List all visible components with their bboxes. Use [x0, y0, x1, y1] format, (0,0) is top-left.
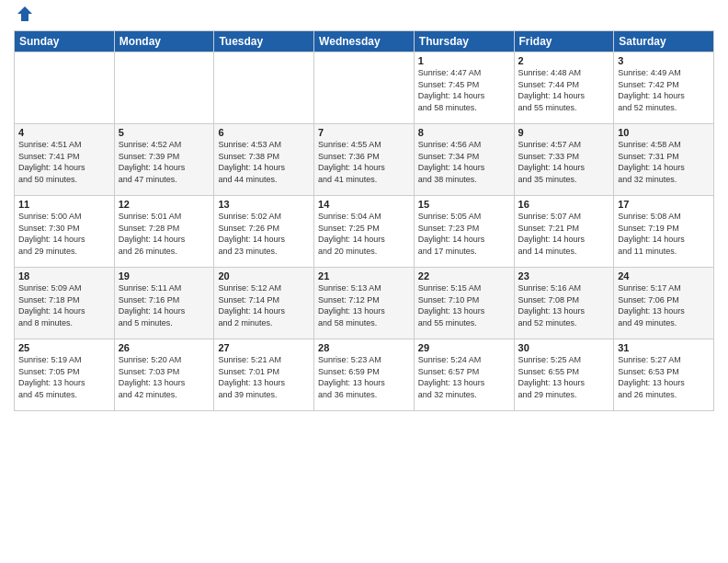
- week-row-2: 11Sunrise: 5:00 AM Sunset: 7:30 PM Dayli…: [15, 196, 714, 268]
- day-info: Sunrise: 5:25 AM Sunset: 6:55 PM Dayligh…: [518, 354, 610, 400]
- day-info: Sunrise: 4:56 AM Sunset: 7:34 PM Dayligh…: [418, 139, 510, 185]
- calendar-container: SundayMondayTuesdayWednesdayThursdayFrid…: [0, 0, 728, 416]
- day-cell: 21Sunrise: 5:13 AM Sunset: 7:12 PM Dayli…: [314, 268, 415, 339]
- day-number: 28: [318, 342, 410, 353]
- day-info: Sunrise: 4:48 AM Sunset: 7:44 PM Dayligh…: [518, 67, 610, 113]
- day-number: 7: [318, 127, 410, 138]
- day-number: 1: [418, 55, 510, 66]
- day-number: 31: [618, 342, 710, 353]
- day-info: Sunrise: 4:53 AM Sunset: 7:38 PM Dayligh…: [218, 139, 310, 185]
- day-info: Sunrise: 5:23 AM Sunset: 6:59 PM Dayligh…: [318, 354, 410, 400]
- day-info: Sunrise: 4:57 AM Sunset: 7:33 PM Dayligh…: [518, 139, 610, 185]
- day-number: 18: [18, 270, 110, 282]
- day-info: Sunrise: 5:09 AM Sunset: 7:18 PM Dayligh…: [18, 282, 110, 328]
- day-cell: 30Sunrise: 5:25 AM Sunset: 6:55 PM Dayli…: [514, 339, 614, 411]
- day-number: 30: [518, 342, 610, 353]
- day-number: 19: [119, 270, 210, 282]
- day-number: 17: [618, 199, 710, 210]
- week-row-1: 4Sunrise: 4:51 AM Sunset: 7:41 PM Daylig…: [15, 124, 714, 196]
- day-info: Sunrise: 5:11 AM Sunset: 7:16 PM Dayligh…: [119, 282, 210, 328]
- day-info: Sunrise: 4:52 AM Sunset: 7:39 PM Dayligh…: [119, 139, 210, 185]
- day-number: 27: [218, 342, 310, 353]
- day-cell: 28Sunrise: 5:23 AM Sunset: 6:59 PM Dayli…: [314, 339, 415, 411]
- calendar-table: SundayMondayTuesdayWednesdayThursdayFrid…: [14, 30, 714, 411]
- day-number: 25: [18, 342, 110, 353]
- day-number: 5: [119, 127, 210, 138]
- day-info: Sunrise: 5:04 AM Sunset: 7:25 PM Dayligh…: [318, 211, 410, 257]
- day-cell: 11Sunrise: 5:00 AM Sunset: 7:30 PM Dayli…: [15, 196, 115, 268]
- day-cell: 15Sunrise: 5:05 AM Sunset: 7:23 PM Dayli…: [414, 196, 514, 268]
- day-info: Sunrise: 5:00 AM Sunset: 7:30 PM Dayligh…: [18, 211, 110, 257]
- weekday-header-row: SundayMondayTuesdayWednesdayThursdayFrid…: [15, 31, 714, 52]
- day-info: Sunrise: 4:51 AM Sunset: 7:41 PM Dayligh…: [18, 139, 110, 185]
- day-number: 24: [618, 270, 710, 282]
- weekday-header-sunday: Sunday: [15, 31, 115, 52]
- week-row-3: 18Sunrise: 5:09 AM Sunset: 7:18 PM Dayli…: [15, 268, 714, 339]
- day-info: Sunrise: 5:21 AM Sunset: 7:01 PM Dayligh…: [218, 354, 310, 400]
- day-number: 23: [518, 270, 610, 282]
- day-cell: 24Sunrise: 5:17 AM Sunset: 7:06 PM Dayli…: [614, 268, 714, 339]
- day-cell: 26Sunrise: 5:20 AM Sunset: 7:03 PM Dayli…: [114, 339, 214, 411]
- day-cell: 9Sunrise: 4:57 AM Sunset: 7:33 PM Daylig…: [514, 124, 614, 196]
- day-info: Sunrise: 5:12 AM Sunset: 7:14 PM Dayligh…: [218, 282, 310, 328]
- day-info: Sunrise: 4:55 AM Sunset: 7:36 PM Dayligh…: [318, 139, 410, 185]
- day-info: Sunrise: 5:16 AM Sunset: 7:08 PM Dayligh…: [518, 282, 610, 328]
- day-cell: 1Sunrise: 4:47 AM Sunset: 7:45 PM Daylig…: [414, 52, 514, 124]
- day-number: 26: [119, 342, 210, 353]
- day-number: 3: [618, 55, 710, 66]
- day-cell: 18Sunrise: 5:09 AM Sunset: 7:18 PM Dayli…: [15, 268, 115, 339]
- week-row-0: 1Sunrise: 4:47 AM Sunset: 7:45 PM Daylig…: [15, 52, 714, 124]
- day-cell: [314, 52, 415, 124]
- day-info: Sunrise: 5:02 AM Sunset: 7:26 PM Dayligh…: [218, 211, 310, 257]
- header: [14, 9, 714, 23]
- logo: [14, 9, 34, 23]
- day-number: 29: [418, 342, 510, 353]
- day-info: Sunrise: 5:08 AM Sunset: 7:19 PM Dayligh…: [618, 211, 710, 257]
- day-cell: 16Sunrise: 5:07 AM Sunset: 7:21 PM Dayli…: [514, 196, 614, 268]
- day-info: Sunrise: 5:19 AM Sunset: 7:05 PM Dayligh…: [18, 354, 110, 400]
- weekday-header-friday: Friday: [514, 31, 614, 52]
- day-info: Sunrise: 4:58 AM Sunset: 7:31 PM Dayligh…: [618, 139, 710, 185]
- day-cell: 19Sunrise: 5:11 AM Sunset: 7:16 PM Dayli…: [114, 268, 214, 339]
- day-cell: 29Sunrise: 5:24 AM Sunset: 6:57 PM Dayli…: [414, 339, 514, 411]
- day-cell: 23Sunrise: 5:16 AM Sunset: 7:08 PM Dayli…: [514, 268, 614, 339]
- day-info: Sunrise: 5:20 AM Sunset: 7:03 PM Dayligh…: [119, 354, 210, 400]
- day-cell: 5Sunrise: 4:52 AM Sunset: 7:39 PM Daylig…: [114, 124, 214, 196]
- day-cell: 27Sunrise: 5:21 AM Sunset: 7:01 PM Dayli…: [214, 339, 314, 411]
- day-info: Sunrise: 5:24 AM Sunset: 6:57 PM Dayligh…: [418, 354, 510, 400]
- day-number: 15: [418, 199, 510, 210]
- day-info: Sunrise: 5:05 AM Sunset: 7:23 PM Dayligh…: [418, 211, 510, 257]
- day-number: 4: [18, 127, 110, 138]
- day-cell: 12Sunrise: 5:01 AM Sunset: 7:28 PM Dayli…: [114, 196, 214, 268]
- day-info: Sunrise: 4:47 AM Sunset: 7:45 PM Dayligh…: [418, 67, 510, 113]
- day-cell: 14Sunrise: 5:04 AM Sunset: 7:25 PM Dayli…: [314, 196, 415, 268]
- day-number: 2: [518, 55, 610, 66]
- day-cell: 20Sunrise: 5:12 AM Sunset: 7:14 PM Dayli…: [214, 268, 314, 339]
- day-info: Sunrise: 5:07 AM Sunset: 7:21 PM Dayligh…: [518, 211, 610, 257]
- day-info: Sunrise: 5:15 AM Sunset: 7:10 PM Dayligh…: [418, 282, 510, 328]
- weekday-header-monday: Monday: [114, 31, 214, 52]
- day-number: 10: [618, 127, 710, 138]
- day-number: 9: [518, 127, 610, 138]
- day-cell: [214, 52, 314, 124]
- day-cell: 25Sunrise: 5:19 AM Sunset: 7:05 PM Dayli…: [15, 339, 115, 411]
- day-number: 11: [18, 199, 110, 210]
- day-info: Sunrise: 5:17 AM Sunset: 7:06 PM Dayligh…: [618, 282, 710, 328]
- day-cell: 13Sunrise: 5:02 AM Sunset: 7:26 PM Dayli…: [214, 196, 314, 268]
- day-info: Sunrise: 5:13 AM Sunset: 7:12 PM Dayligh…: [318, 282, 410, 328]
- day-number: 14: [318, 199, 410, 210]
- day-info: Sunrise: 4:49 AM Sunset: 7:42 PM Dayligh…: [618, 67, 710, 113]
- day-cell: 22Sunrise: 5:15 AM Sunset: 7:10 PM Dayli…: [414, 268, 514, 339]
- day-cell: 6Sunrise: 4:53 AM Sunset: 7:38 PM Daylig…: [214, 124, 314, 196]
- day-cell: 8Sunrise: 4:56 AM Sunset: 7:34 PM Daylig…: [414, 124, 514, 196]
- day-number: 12: [119, 199, 210, 210]
- weekday-header-wednesday: Wednesday: [314, 31, 415, 52]
- day-number: 13: [218, 199, 310, 210]
- day-info: Sunrise: 5:01 AM Sunset: 7:28 PM Dayligh…: [119, 211, 210, 257]
- logo-icon: [16, 5, 34, 23]
- day-number: 22: [418, 270, 510, 282]
- day-cell: [114, 52, 214, 124]
- day-cell: 3Sunrise: 4:49 AM Sunset: 7:42 PM Daylig…: [614, 52, 714, 124]
- day-cell: [15, 52, 115, 124]
- day-cell: 17Sunrise: 5:08 AM Sunset: 7:19 PM Dayli…: [614, 196, 714, 268]
